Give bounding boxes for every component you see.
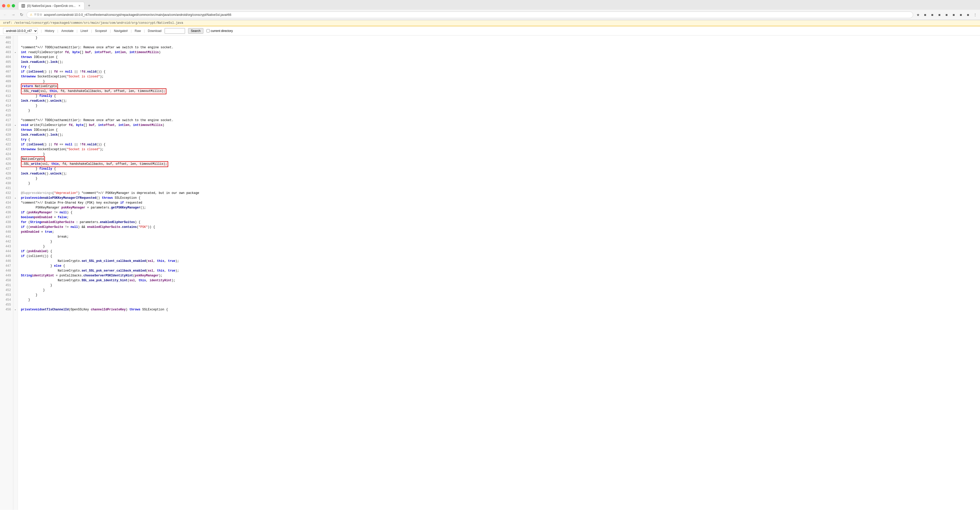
search-input[interactable] <box>165 28 185 34</box>
code-line-424: } <box>21 152 980 157</box>
code-line-422: if (isClosed() || fd == null || !fd.vali… <box>21 142 980 147</box>
extension-icon-6[interactable]: ■ <box>958 12 964 18</box>
code-line-412: } finally { <box>21 94 980 99</box>
extension-icon-3[interactable]: ■ <box>937 12 942 18</box>
code-line-439: if ((enabledCipherSuite != null) && enab… <box>21 225 980 230</box>
code-line-409: } <box>21 79 980 84</box>
code-line-431 <box>21 186 980 191</box>
code-line-452: } <box>21 288 980 293</box>
code-toolbar: android-10.0.0_r47 | History | Annotate … <box>0 26 980 35</box>
line-link[interactable]: Line# <box>81 29 88 33</box>
code-line-416 <box>21 113 980 118</box>
tab-favicon: {0} <box>21 4 25 8</box>
extension-icon-1[interactable]: ■ <box>922 12 928 18</box>
code-line-435: PSKKeyManager pskKeyManager = parameters… <box>21 205 980 210</box>
fold-column: ▸▸▸▸ <box>13 35 18 510</box>
code-line-413: lock.readLock().unlock(); <box>21 99 980 104</box>
active-tab[interactable]: {0} {0} NativeSsl.java - OpenGrok cro...… <box>18 2 84 10</box>
close-button[interactable] <box>2 4 5 7</box>
version-select[interactable]: android-10.0.0_r47 <box>3 28 38 34</box>
menu-icon[interactable]: ⋮ <box>972 12 978 18</box>
code-line-411: .SSL_read(ssl, this, fd, handshakeCallba… <box>21 89 980 94</box>
code-line-400: } <box>21 35 980 40</box>
code-line-447: } else { <box>21 263 980 268</box>
tab-bar: {0} {0} NativeSsl.java - OpenGrok cro...… <box>0 0 980 10</box>
code-line-437: boolean pskEnabled = false; <box>21 215 980 220</box>
code-line-410: return NativeCrypto <box>21 84 980 89</box>
code-content: } "comment">// TODO(nathanmittler): Remo… <box>18 35 980 510</box>
code-line-446: NativeCrypto.set_SSL_psk_client_callback… <box>21 259 980 263</box>
current-dir-checkbox-label: current directory <box>207 29 233 33</box>
new-tab-button[interactable]: + <box>86 3 92 9</box>
code-line-451: } <box>21 283 980 288</box>
code-line-406: try { <box>21 65 980 70</box>
bookmark-icon[interactable]: ★ <box>915 12 921 18</box>
code-line-455 <box>21 302 980 307</box>
extension-icon-2[interactable]: ■ <box>929 12 935 18</box>
toolbar-sep-5: | <box>130 29 131 33</box>
code-line-425: NativeCrypto <box>21 157 980 162</box>
toolbar-sep-2: | <box>76 29 77 33</box>
breadcrumb: xref: /external/conscrypt/repackaged/com… <box>0 20 980 26</box>
code-line-434: "comment">// Enable Pre-Shared Key (PSK)… <box>21 201 980 205</box>
code-line-441: break; <box>21 235 980 239</box>
code-line-453: } <box>21 293 980 298</box>
code-line-414: } <box>21 104 980 108</box>
code-line-420: lock.readLock().lock(); <box>21 132 980 137</box>
code-line-448: NativeCrypto.set_SSL_psk_server_callback… <box>21 268 980 273</box>
traffic-lights <box>2 4 15 7</box>
code-line-445: if (isClient()) { <box>21 254 980 259</box>
current-dir-checkbox[interactable] <box>207 29 210 32</box>
code-line-443: } <box>21 244 980 249</box>
extension-icon-7[interactable]: ■ <box>965 12 971 18</box>
code-area: 4004014024034044054064074084094104114124… <box>0 35 980 510</box>
toolbar-sep-0: | <box>41 29 41 33</box>
annotate-link[interactable]: Annotate <box>61 29 73 33</box>
download-link[interactable]: Download <box>148 29 161 33</box>
code-line-454: } <box>21 298 980 302</box>
history-link[interactable]: History <box>45 29 54 33</box>
search-button[interactable]: Search <box>188 28 204 34</box>
toolbar-sep-6: | <box>144 29 145 33</box>
code-line-428: lock.readLock().unlock(); <box>21 171 980 176</box>
url-text: aospxref.com/android-10.0.0_r47/xref/ext… <box>44 13 231 17</box>
toolbar-sep-3: | <box>91 29 92 33</box>
extension-icon-5[interactable]: ■ <box>951 12 956 18</box>
code-line-423: throw new SocketException("Socket is clo… <box>21 147 980 152</box>
back-button[interactable]: ← <box>2 12 8 18</box>
scopes-link[interactable]: Scopes# <box>95 29 107 33</box>
code-line-426: .SSL_write(ssl, this, fd, handshakeCallb… <box>21 162 980 166</box>
code-line-401 <box>21 40 980 45</box>
not-secure-label: 不安全 <box>34 13 42 17</box>
code-line-429: } <box>21 176 980 181</box>
nav-bar: ← → ↻ ⚠ 不安全 aospxref.com/android-10.0.0_… <box>0 10 980 20</box>
code-line-438: for (String enabledCipherSuite : paramet… <box>21 220 980 225</box>
tab-title: {0} NativeSsl.java - OpenGrok cro... <box>27 4 76 8</box>
code-line-440: pskEnabled = true; <box>21 230 980 235</box>
code-line-427: } finally { <box>21 166 980 171</box>
minimize-button[interactable] <box>7 4 10 7</box>
code-line-432: @SuppressWarnings("deprecation") "commen… <box>21 191 980 196</box>
code-line-442: } <box>21 239 980 244</box>
code-line-449: String identityHint = pskCallbacks.choos… <box>21 273 980 278</box>
line-numbers: 4004014024034044054064074084094104114124… <box>0 35 13 510</box>
maximize-button[interactable] <box>12 4 15 7</box>
code-line-417: "comment">// TODO(nathanmittler): Remove… <box>21 118 980 123</box>
extension-icon-4[interactable]: ■ <box>944 12 950 18</box>
tab-close-button[interactable]: ✕ <box>78 4 81 8</box>
code-line-415: } <box>21 108 980 113</box>
raw-link[interactable]: Raw <box>135 29 141 33</box>
code-line-405: lock.readLock().lock(); <box>21 60 980 65</box>
code-line-404: throws IOException { <box>21 55 980 60</box>
code-line-433: private void enablePSKKeyManagerIfReques… <box>21 196 980 201</box>
code-line-402: "comment">// TODO(nathanmittler): Remove… <box>21 45 980 50</box>
code-line-408: throw new SocketException("Socket is clo… <box>21 74 980 79</box>
forward-button[interactable]: → <box>10 12 16 18</box>
code-line-419: throws IOException { <box>21 128 980 132</box>
code-line-403: int read(FileDescriptor fd, byte[] buf, … <box>21 50 980 55</box>
browser-chrome: {0} {0} NativeSsl.java - OpenGrok cro...… <box>0 0 980 20</box>
toolbar-sep-4: | <box>110 29 111 33</box>
reload-button[interactable]: ↻ <box>18 12 24 18</box>
navigate-link[interactable]: Navigate# <box>114 29 127 33</box>
address-bar[interactable]: ⚠ 不安全 aospxref.com/android-10.0.0_r47/xr… <box>27 11 913 18</box>
